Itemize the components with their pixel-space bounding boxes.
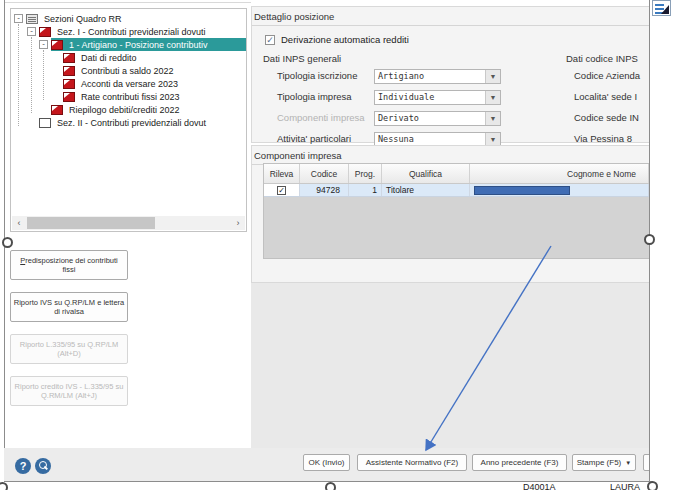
button-label: Anno precedente (F3) (481, 458, 559, 467)
via-pessina-label: Via Pessina 8 (574, 133, 632, 144)
table-row[interactable]: ✓ 94728 1 Titolare (264, 184, 649, 197)
document-chart-icon[interactable] (652, 0, 671, 16)
riporto-credito-ivs-button: Riporto credito IVS - L.335/95 su Q.RM/L… (10, 376, 128, 406)
selection-handle[interactable] (325, 482, 336, 490)
caret-down-icon: ▼ (625, 460, 631, 466)
button-label: Assistente Normativo (F2) (366, 458, 458, 467)
cell-codice: 94728 (300, 184, 349, 196)
book-icon (26, 14, 38, 24)
tree-item-label[interactable]: Acconti da versare 2023 (79, 79, 180, 89)
form-outline-icon (39, 118, 51, 128)
select-value: Individuale (375, 91, 485, 104)
anno-precedente-button[interactable]: Anno precedente (F3) (472, 454, 567, 471)
button-label: OK (Invio) (308, 458, 344, 467)
riporto-l335-button: Riporto L.335/95 su Q.RP/LM (Alt+D) (10, 334, 128, 364)
tree-item-label[interactable]: Riepilogo debiti/crediti 2022 (67, 105, 182, 115)
checkbox-label: Derivazione automatica redditi (281, 34, 409, 45)
tree-item-rate-contributi-fissi[interactable]: Rate contributi fissi 2023 (11, 90, 246, 103)
tree-item-acconti-da-versare[interactable]: Acconti da versare 2023 (11, 77, 246, 90)
tree-item-label[interactable]: Sezioni Quadro RR (42, 14, 124, 24)
tree-item-label[interactable]: Contributi a saldo 2022 (79, 66, 176, 76)
dati-codice-inps-label: Dati codice INPS (566, 53, 638, 64)
col-header-prog[interactable]: Prog. (349, 164, 382, 183)
col-header-codice[interactable]: Codice (300, 164, 349, 183)
tree-item-sez-1[interactable]: - Sez. I - Contributi previdenziali dovu… (11, 25, 246, 38)
cropped-button[interactable] (643, 454, 649, 471)
selection-handle[interactable] (0, 482, 8, 490)
componenti-impresa-group: Componenti impresa Rileva Codice Prog. Q… (251, 145, 649, 283)
scrollbar-thumb[interactable] (27, 217, 155, 229)
componenti-impresa-select[interactable]: Derivato ▼ (374, 111, 501, 126)
tipologia-impresa-select[interactable]: Individuale ▼ (374, 90, 501, 105)
codice-azienda-label: Codice Azienda (574, 70, 640, 81)
codice-sede-label: Codice sede IN (574, 112, 639, 123)
dati-inps-generali-label: Dati INPS generali (263, 53, 341, 64)
cell-prog: 1 (349, 184, 382, 196)
tree-item-riepilogo-debiti-crediti[interactable]: Riepilogo debiti/crediti 2022 (11, 103, 246, 116)
componenti-impresa-label: Componenti impresa (277, 112, 365, 123)
help-icon[interactable]: ? (15, 458, 31, 474)
tree: - Sezioni Quadro RR - Sez. I - Contribut… (11, 9, 246, 129)
chevron-down-icon[interactable]: ▼ (485, 70, 500, 83)
form-icon (63, 92, 75, 102)
tree-collapse-icon[interactable]: - (39, 40, 48, 49)
stampe-button[interactable]: Stampe (F5) ▼ (572, 454, 636, 471)
right-panel: Dettaglio posizione ✓ Derivazione automa… (251, 0, 649, 448)
tree-item-label[interactable]: Sez. II - Contributi previdenziali dovut (55, 118, 208, 128)
sections-tree-panel: - Sezioni Quadro RR - Sez. I - Contribut… (10, 8, 247, 232)
chevron-down-icon[interactable]: ▼ (485, 91, 500, 104)
form-icon (63, 53, 75, 63)
group-title: Dettaglio posizione (252, 7, 649, 26)
table-header-row: Rileva Codice Prog. Qualifica Cognome e … (264, 164, 649, 184)
tree-collapse-icon[interactable]: - (14, 14, 23, 23)
button-label: Stampe (F5) (577, 458, 621, 467)
tree-collapse-icon[interactable]: - (27, 27, 36, 36)
rileva-checkbox[interactable]: ✓ (277, 186, 286, 195)
select-value: Derivato (375, 112, 485, 125)
derivazione-checkbox[interactable]: ✓ (265, 35, 275, 45)
selection-handle[interactable] (644, 234, 655, 245)
status-form-code: D4001A (523, 482, 556, 490)
tree-item-label[interactable]: 1 - Artigiano - Posizione contributiv (67, 40, 210, 50)
tree-item-sez-2[interactable]: Sez. II - Contributi previdenziali dovut (11, 116, 246, 129)
localita-sede-label: Localita' sede I (574, 91, 637, 102)
tree-item-contributi-a-saldo[interactable]: Contributi a saldo 2022 (11, 64, 246, 77)
tree-item-sezioni-quadro-rr[interactable]: - Sezioni Quadro RR (11, 12, 246, 25)
tipologia-impresa-label: Tipologia impresa (277, 91, 352, 102)
col-header-cognome[interactable]: Cognome e Nome (470, 164, 649, 183)
tree-horizontal-scrollbar[interactable]: ‹ › (12, 216, 245, 230)
tipologia-iscrizione-select[interactable]: Artigiano ▼ (374, 69, 501, 84)
scrollbar-track[interactable] (26, 216, 231, 230)
selection-handle[interactable] (647, 481, 658, 490)
select-value: Artigiano (375, 70, 485, 83)
riporto-ivs-button[interactable]: Riporto IVS su Q.RP/LM e lettera di riva… (10, 292, 128, 322)
button-label: Riporto credito IVS - L.335/95 su Q.RM/L… (13, 382, 125, 400)
componenti-table: Rileva Codice Prog. Qualifica Cognome e … (263, 163, 649, 259)
attivita-particolari-label: Attivita' particolari (277, 133, 351, 144)
button-label: Predisposizione dei contributi fissi (13, 256, 125, 274)
form-icon (63, 79, 75, 89)
tree-item-label[interactable]: Rate contributi fissi 2023 (79, 92, 182, 102)
chevron-down-icon[interactable]: ▼ (485, 112, 500, 125)
assistente-normativo-button[interactable]: Assistente Normativo (F2) (357, 454, 467, 471)
panel-background (251, 283, 649, 448)
tree-item-artigiano-posizione[interactable]: - 1 - Artigiano - Posizione contributiv (11, 38, 246, 51)
form-icon (51, 40, 63, 50)
tree-item-dati-di-reddito[interactable]: Dati di reddito (11, 51, 246, 64)
search-icon[interactable] (35, 458, 51, 474)
selection-handle[interactable] (2, 237, 13, 248)
derivazione-checkbox-row[interactable]: ✓ Derivazione automatica redditi (265, 34, 409, 45)
scroll-left-icon[interactable]: ‹ (12, 216, 26, 230)
col-header-qualifica[interactable]: Qualifica (382, 164, 470, 183)
predisposizione-contributi-button[interactable]: Predisposizione dei contributi fissi (10, 250, 128, 280)
ok-button[interactable]: OK (Invio) (303, 454, 350, 471)
status-user: LAURA (610, 482, 640, 490)
tree-item-label[interactable]: Sez. I - Contributi previdenziali dovuti (55, 27, 208, 37)
col-header-rileva[interactable]: Rileva (264, 164, 300, 183)
button-label: Riporto IVS su Q.RP/LM e lettera di riva… (13, 298, 125, 316)
cell-cognome (470, 184, 649, 196)
footer-toolbar: ? OK (Invio) Assistente Normativo (F2) A… (4, 448, 649, 481)
tree-item-label[interactable]: Dati di reddito (79, 53, 139, 63)
tipologia-iscrizione-label: Tipologia iscrizione (277, 70, 357, 81)
scroll-right-icon[interactable]: › (231, 216, 245, 230)
